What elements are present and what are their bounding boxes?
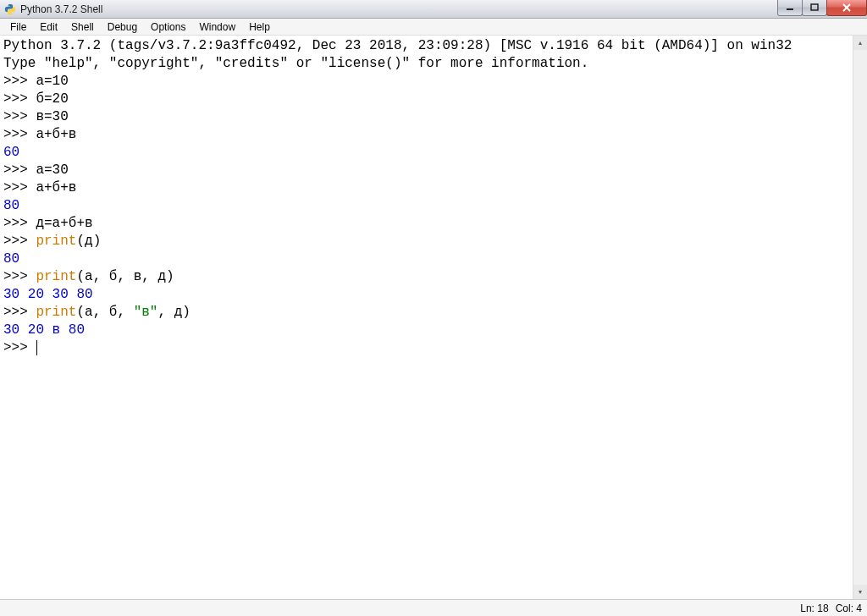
- menu-help[interactable]: Help: [242, 19, 277, 35]
- menu-file[interactable]: File: [3, 19, 33, 35]
- window-title: Python 3.7.2 Shell: [20, 3, 102, 15]
- maximize-button[interactable]: [802, 0, 827, 16]
- menu-bar: File Edit Shell Debug Options Window Hel…: [0, 19, 867, 36]
- vertical-scrollbar[interactable]: ▴ ▾: [853, 36, 867, 599]
- menu-shell[interactable]: Shell: [64, 19, 101, 35]
- window-titlebar: Python 3.7.2 Shell: [0, 0, 867, 19]
- status-ln-label: Ln:: [800, 602, 815, 614]
- svg-rect-1: [811, 4, 818, 10]
- menu-options[interactable]: Options: [144, 19, 192, 35]
- status-bar: Ln: 18 Col: 4: [0, 599, 867, 616]
- close-button[interactable]: [826, 0, 867, 16]
- status-col-label: Col:: [836, 602, 853, 614]
- menu-debug[interactable]: Debug: [101, 19, 144, 35]
- scroll-up-arrow[interactable]: ▴: [853, 36, 867, 50]
- status-col: Col: 4: [836, 602, 862, 614]
- window-controls: [778, 0, 867, 16]
- scroll-down-arrow[interactable]: ▾: [853, 585, 867, 599]
- python-icon: [3, 3, 17, 16]
- menu-edit[interactable]: Edit: [33, 19, 64, 35]
- menu-window[interactable]: Window: [192, 19, 242, 35]
- text-cursor: [36, 340, 37, 355]
- status-col-value: 4: [856, 602, 862, 614]
- status-line: Ln: 18: [800, 602, 828, 614]
- minimize-button[interactable]: [777, 0, 803, 16]
- status-ln-value: 18: [817, 602, 828, 614]
- editor-container: Python 3.7.2 (tags/v3.7.2:9a3ffc0492, De…: [0, 36, 867, 599]
- shell-text-area[interactable]: Python 3.7.2 (tags/v3.7.2:9a3ffc0492, De…: [0, 36, 853, 599]
